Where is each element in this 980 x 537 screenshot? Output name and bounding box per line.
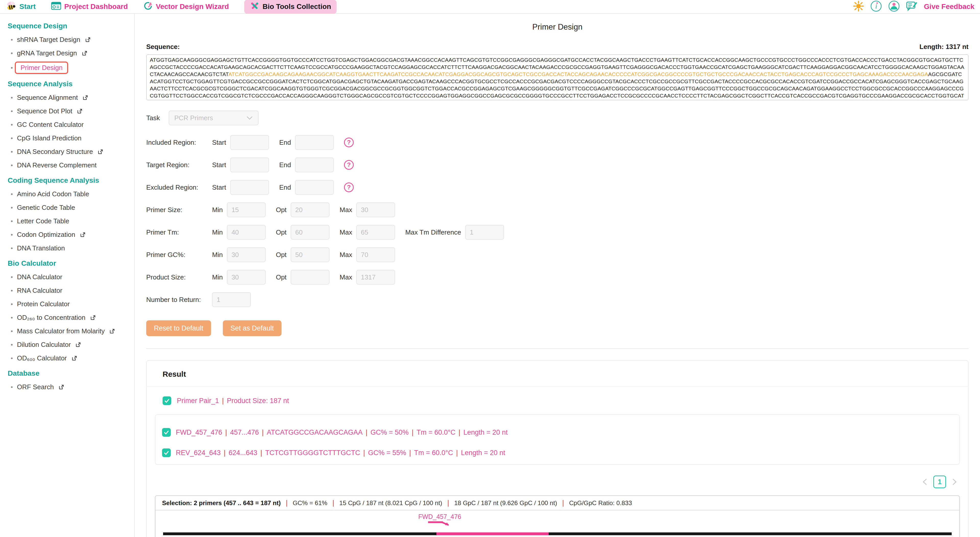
sidebar-item-label: Mass Calculator from Molarity bbox=[17, 327, 105, 335]
sidebar-item-genetic-code-table[interactable]: •Genetic Code Table bbox=[8, 204, 130, 212]
help-icon[interactable]: ? bbox=[344, 160, 354, 170]
wizard-icon bbox=[143, 1, 153, 13]
bullet-icon: • bbox=[11, 315, 13, 321]
target-region-start-input[interactable] bbox=[230, 158, 269, 172]
product-size-min-input[interactable] bbox=[227, 270, 266, 285]
primer-size-max-input[interactable] bbox=[356, 202, 395, 217]
sidebar: Sequence Design•shRNA Target Design•gRNA… bbox=[0, 14, 135, 537]
sidebar-item-dna-secondary-structure[interactable]: •DNA Secondary Structure bbox=[8, 148, 130, 156]
reset-to-default-button[interactable]: Reset to Default bbox=[146, 320, 211, 336]
excluded-region-end-input[interactable] bbox=[295, 180, 334, 195]
bullet-icon: • bbox=[11, 135, 13, 142]
sidebar-item-dna-calculator[interactable]: •DNA Calculator bbox=[8, 273, 130, 281]
chevron-left-icon[interactable] bbox=[921, 478, 928, 486]
product-region-top bbox=[436, 532, 549, 535]
nav-start-label: Start bbox=[19, 3, 36, 11]
forward-primer-label[interactable]: FWD_457_476|457...476|ATCATGGCCGACAAGCAG… bbox=[176, 429, 508, 437]
bio-tools-icon bbox=[250, 1, 259, 13]
sidebar-item-od-calculator[interactable]: •OD₆₀₀ Calculator bbox=[8, 354, 130, 362]
sidebar-section-header: Coding Sequence Analysis bbox=[8, 176, 130, 185]
page-title: Primer Design bbox=[146, 22, 969, 32]
sidebar-item-sequence-alignment[interactable]: •Sequence Alignment bbox=[8, 94, 130, 102]
product-size-max-input[interactable] bbox=[356, 270, 395, 285]
primer-pair-checkbox[interactable] bbox=[162, 396, 171, 405]
bullet-icon: • bbox=[11, 245, 13, 252]
help-icon[interactable]: ? bbox=[344, 137, 354, 147]
external-link-icon bbox=[109, 328, 115, 334]
info-icon[interactable]: i bbox=[870, 0, 882, 13]
primer-size-min-input[interactable] bbox=[227, 202, 266, 217]
primer-list-card: FWD_457_476|457...476|ATCATGGCCGACAAGCAG… bbox=[155, 414, 960, 465]
sidebar-item-sequence-dot-plot[interactable]: •Sequence Dot Plot bbox=[8, 107, 130, 115]
forward-primer-checkbox[interactable] bbox=[162, 428, 171, 437]
nav-vector-design-wizard[interactable]: Vector Design Wizard bbox=[143, 1, 229, 13]
give-feedback-button[interactable]: Give Feedback bbox=[924, 3, 974, 11]
forward-primer-row: FWD_457_476|457...476|ATCATGGCCGACAAGCAG… bbox=[156, 428, 959, 437]
sidebar-item-label: Codon Optimization bbox=[17, 231, 75, 239]
user-icon[interactable] bbox=[888, 0, 900, 13]
primer-gc-min-input[interactable] bbox=[227, 247, 266, 262]
sidebar-item-label: OD₆₀₀ Calculator bbox=[17, 354, 67, 362]
external-link-icon bbox=[90, 315, 96, 320]
nav-start[interactable]: Start bbox=[6, 1, 36, 13]
sidebar-item-gc-content-calculator[interactable]: •GC Content Calculator bbox=[8, 121, 130, 129]
sidebar-item-primer-design[interactable]: •Primer Design bbox=[8, 63, 130, 73]
reverse-primer-checkbox[interactable] bbox=[162, 448, 171, 457]
external-link-icon bbox=[85, 37, 91, 43]
included-region-start-input[interactable] bbox=[230, 135, 269, 150]
sidebar-item-od-to-concentration[interactable]: •OD₂₆₀ to Concentration bbox=[8, 314, 130, 322]
primer-size-opt-input[interactable] bbox=[291, 202, 329, 217]
bullet-icon: • bbox=[11, 37, 13, 43]
set-as-default-button[interactable]: Set as Default bbox=[223, 320, 282, 336]
max-tm-difference-input[interactable] bbox=[465, 225, 504, 240]
primer-tm-max-input[interactable] bbox=[356, 225, 395, 240]
sidebar-section-header: Sequence Analysis bbox=[8, 80, 130, 88]
number-to-return-input[interactable] bbox=[212, 292, 251, 307]
task-dropdown-value: PCR Primers bbox=[174, 114, 213, 122]
target-region-end-input[interactable] bbox=[295, 158, 334, 172]
sidebar-item-rna-calculator[interactable]: •RNA Calculator bbox=[8, 287, 130, 295]
sidebar-item-label: Letter Code Table bbox=[17, 217, 69, 225]
task-label: Task bbox=[146, 114, 169, 122]
sidebar-item-label: Primer Design bbox=[21, 64, 62, 72]
included-region-end-input[interactable] bbox=[295, 135, 334, 150]
page-number[interactable]: 1 bbox=[933, 475, 946, 488]
chevron-right-icon[interactable] bbox=[951, 478, 958, 486]
sidebar-item-cpg-island-prediction[interactable]: •CpG Island Prediction bbox=[8, 134, 130, 142]
sidebar-item-grna-target-design[interactable]: •gRNA Target Design bbox=[8, 49, 130, 57]
sidebar-item-amino-acid-codon-table[interactable]: •Amino Acid Codon Table bbox=[8, 190, 130, 198]
sidebar-item-dna-reverse-complement[interactable]: •DNA Reverse Complement bbox=[8, 161, 130, 169]
sidebar-item-orf-search[interactable]: •ORF Search bbox=[8, 383, 130, 391]
help-icon[interactable]: ? bbox=[344, 182, 354, 192]
feedback-icon[interactable] bbox=[906, 0, 918, 13]
nav-bio-tools-collection[interactable]: Bio Tools Collection bbox=[244, 0, 337, 14]
primer-pair-label[interactable]: Primer Pair_1|Product Size: 187 nt bbox=[177, 397, 289, 405]
sidebar-item-mass-calculator-from-molarity[interactable]: •Mass Calculator from Molarity bbox=[8, 327, 130, 335]
sidebar-item-shrna-target-design[interactable]: •shRNA Target Design bbox=[8, 36, 130, 44]
product-size-label: Product Size: bbox=[146, 273, 212, 281]
sidebar-item-dna-translation[interactable]: •DNA Translation bbox=[8, 244, 130, 252]
primer-tm-min-input[interactable] bbox=[227, 225, 266, 240]
sequence-textbox[interactable]: ATGGTGAGCAAGGGCGAGGAGCTGTTCACCGGGGTGGTGC… bbox=[146, 54, 969, 100]
reverse-primer-label[interactable]: REV_624_643|624...643|TCTCGTTGGGGTCTTTGC… bbox=[176, 449, 505, 457]
sidebar-item-label: RNA Calculator bbox=[17, 287, 62, 295]
excluded-region-start-input[interactable] bbox=[230, 180, 269, 195]
external-link-icon bbox=[82, 50, 88, 56]
product-size-opt-input[interactable] bbox=[291, 270, 329, 285]
primer-gc-opt-input[interactable] bbox=[291, 247, 329, 262]
forward-primer-flag-label: FWD_457_476 bbox=[418, 513, 461, 520]
sidebar-item-label: DNA Calculator bbox=[17, 273, 62, 281]
sidebar-item-letter-code-table[interactable]: •Letter Code Table bbox=[8, 217, 130, 225]
sidebar-item-protein-calculator[interactable]: •Protein Calculator bbox=[8, 300, 130, 308]
primer-gc-max-input[interactable] bbox=[356, 247, 395, 262]
task-dropdown[interactable]: PCR Primers bbox=[169, 110, 259, 125]
selection-panel: Selection: 2 primers (457 .. 643 = 187 n… bbox=[155, 496, 960, 537]
bullet-icon: • bbox=[11, 163, 13, 169]
sequence-length: Length: 1317 nt bbox=[920, 43, 969, 51]
sidebar-item-dilution-calculator[interactable]: •Dilution Calculator bbox=[8, 341, 130, 349]
primer-tm-opt-input[interactable] bbox=[291, 225, 329, 240]
theme-sun-icon[interactable] bbox=[853, 0, 864, 13]
sidebar-item-label: Protein Calculator bbox=[17, 300, 70, 308]
sidebar-item-codon-optimization[interactable]: •Codon Optimization bbox=[8, 231, 130, 239]
nav-project-dashboard[interactable]: Project Dashboard bbox=[51, 1, 128, 12]
